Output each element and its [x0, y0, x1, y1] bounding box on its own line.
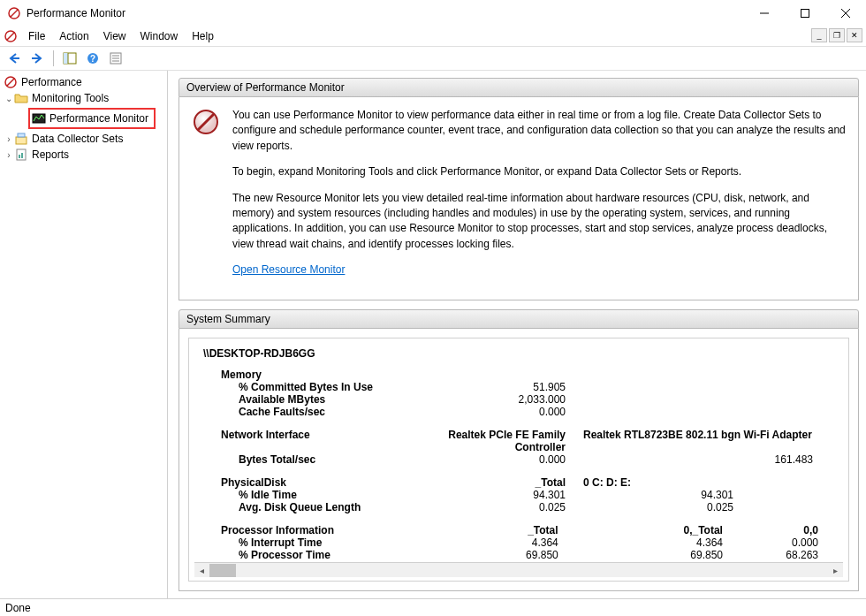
overview-paragraph-1: You can use Performance Monitor to view … — [232, 108, 846, 154]
status-text: Done — [5, 602, 31, 614]
tree-node-monitoring-tools[interactable]: ⌄ Monitoring Tools — [4, 90, 167, 106]
statusbar: Done — [0, 598, 866, 616]
processor-row: % Processor Time69.85069.85068.263 — [239, 549, 836, 561]
overview-paragraph-2: To begin, expand Monitoring Tools and cl… — [232, 164, 846, 179]
open-resource-monitor-link[interactable]: Open Resource Monitor — [232, 263, 345, 276]
overview-paragraph-3: The new Resource Monitor lets you view d… — [232, 191, 846, 253]
folder-icon — [14, 91, 28, 105]
menu-view[interactable]: View — [96, 28, 133, 44]
perfmon-tree-icon — [4, 75, 18, 89]
properties-button[interactable] — [105, 49, 126, 68]
mdi-close-button[interactable]: ✕ — [847, 28, 862, 42]
scroll-thumb[interactable] — [209, 564, 236, 577]
show-hide-console-tree-button[interactable] — [59, 49, 80, 68]
svg-rect-2 — [801, 10, 809, 18]
toolbar: ? — [0, 46, 866, 71]
content-pane: Overview of Performance Monitor You can … — [168, 71, 866, 598]
scroll-right-arrow-icon[interactable]: ▸ — [828, 563, 843, 578]
svg-rect-23 — [21, 153, 23, 158]
expand-icon[interactable]: › — [4, 150, 14, 160]
tree-node-performance-monitor[interactable]: Performance Monitor — [32, 110, 152, 126]
menu-action[interactable]: Action — [52, 28, 95, 44]
reports-icon — [14, 148, 28, 162]
tree-node-performance[interactable]: Performance — [4, 74, 167, 90]
menubar: File Action View Window Help _ ❐ ✕ — [0, 27, 866, 46]
svg-rect-9 — [64, 53, 68, 64]
memory-section-title: Memory — [221, 369, 836, 381]
perfmon-chart-icon — [32, 111, 46, 125]
horizontal-scrollbar[interactable]: ◂ ▸ — [194, 562, 843, 577]
expand-icon[interactable]: › — [4, 134, 14, 144]
tree-node-data-collector-sets[interactable]: › Data Collector Sets — [4, 131, 167, 147]
mdi-minimize-button[interactable]: _ — [811, 28, 827, 42]
menu-window[interactable]: Window — [133, 28, 186, 44]
perfmon-app-icon — [7, 6, 21, 20]
perfmon-menu-icon — [4, 29, 18, 43]
main-area: Performance ⌄ Monitoring Tools Performan… — [0, 71, 866, 598]
system-summary-header: System Summary — [179, 309, 859, 329]
system-summary-panel: System Summary \\DESKTOP-RDJB6GG Memory … — [179, 309, 859, 591]
window-title: Performance Monitor — [27, 7, 744, 19]
physicaldisk-row: Avg. Disk Queue Length0.0250.025 — [239, 501, 836, 513]
overview-header: Overview of Performance Monitor — [179, 78, 859, 97]
titlebar: Performance Monitor — [0, 0, 866, 27]
tree-label-monitoring-tools: Monitoring Tools — [32, 92, 109, 104]
tree-label-performance: Performance — [21, 76, 82, 88]
tree-label-reports: Reports — [32, 148, 69, 161]
scroll-left-arrow-icon[interactable]: ◂ — [194, 563, 209, 578]
system-summary-report: \\DESKTOP-RDJB6GG Memory % Committed Byt… — [194, 347, 843, 562]
network-row: Bytes Total/sec0.000161.483 — [239, 453, 836, 466]
navigation-tree[interactable]: Performance ⌄ Monitoring Tools Performan… — [0, 71, 168, 598]
menu-help[interactable]: Help — [185, 28, 221, 44]
memory-row: Cache Faults/sec0.000 — [239, 406, 836, 418]
data-collector-icon — [14, 132, 28, 146]
svg-rect-20 — [18, 133, 25, 137]
processor-row: % Interrupt Time4.3644.3640.000 — [239, 536, 836, 549]
svg-rect-22 — [19, 155, 20, 158]
tree-highlight-box: Performance Monitor — [28, 108, 156, 129]
physicaldisk-section-header: PhysicalDisk _Total 0 C: D: E: — [221, 476, 836, 489]
tree-label-data-collector-sets: Data Collector Sets — [32, 133, 123, 145]
forward-button[interactable] — [27, 49, 48, 68]
memory-row: Available MBytes2,033.000 — [239, 393, 836, 406]
processor-section-header: Processor Information _Total 0,_Total 0,… — [221, 524, 836, 536]
back-button[interactable] — [4, 49, 25, 68]
tree-node-reports[interactable]: › Reports — [4, 147, 167, 163]
menu-file[interactable]: File — [21, 28, 52, 44]
tree-label-performance-monitor: Performance Monitor — [49, 112, 148, 125]
help-button[interactable]: ? — [82, 49, 103, 68]
collapse-icon[interactable]: ⌄ — [4, 94, 14, 103]
minimize-button[interactable] — [744, 0, 785, 27]
memory-row: % Committed Bytes In Use51.905 — [239, 381, 836, 393]
toolbar-separator — [53, 50, 54, 66]
summary-hostname: \\DESKTOP-RDJB6GG — [203, 347, 836, 360]
maximize-button[interactable] — [785, 0, 825, 27]
physicaldisk-row: % Idle Time94.30194.301 — [239, 489, 836, 501]
close-button[interactable] — [825, 0, 866, 27]
svg-text:?: ? — [90, 54, 95, 64]
network-section-header: Network Interface Realtek PCIe FE Family… — [221, 429, 836, 453]
overview-panel-icon — [192, 108, 220, 136]
svg-rect-18 — [33, 114, 45, 123]
mdi-restore-button[interactable]: ❐ — [829, 28, 845, 42]
svg-rect-19 — [16, 137, 27, 144]
overview-panel: Overview of Performance Monitor You can … — [179, 78, 859, 300]
